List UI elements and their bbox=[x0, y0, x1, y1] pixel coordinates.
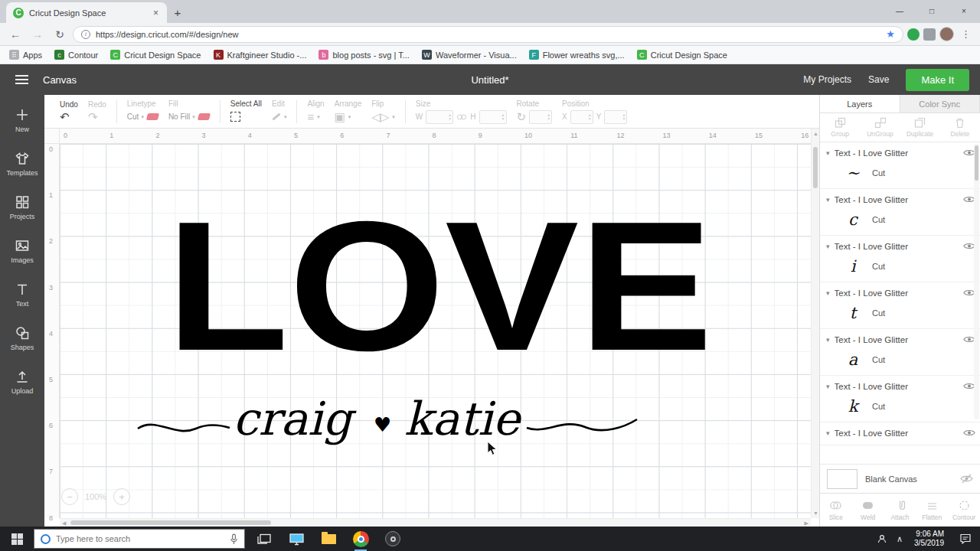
fill-dropdown[interactable]: No Fill ▾ bbox=[168, 112, 195, 121]
taskbar-app-file-explorer[interactable] bbox=[312, 527, 345, 551]
scroll-up-icon[interactable]: ▲ bbox=[813, 131, 818, 136]
redo-icon[interactable]: ↷ bbox=[88, 111, 98, 122]
chevron-down-icon[interactable]: ▾ bbox=[826, 429, 830, 437]
arrange-group[interactable]: Arrange ▣▾ bbox=[335, 99, 362, 124]
chevron-down-icon[interactable]: ▾ bbox=[826, 336, 830, 344]
microphone-icon[interactable] bbox=[230, 533, 238, 545]
fill-swatch[interactable] bbox=[198, 113, 211, 120]
artwork-love-text[interactable]: LOVE bbox=[165, 215, 717, 362]
redo-group[interactable]: Redo ↷ bbox=[88, 100, 106, 122]
horizontal-scroll-thumb[interactable] bbox=[70, 520, 271, 525]
layer-item[interactable]: ▾ Text - I Love Glitter bbox=[820, 422, 980, 445]
people-icon[interactable] bbox=[872, 534, 892, 543]
zoom-out-button[interactable]: − bbox=[61, 488, 78, 505]
select-all-group[interactable]: Select All bbox=[230, 99, 262, 124]
hidden-icons-arrow[interactable]: ∧ bbox=[892, 534, 907, 544]
select-all-icon[interactable] bbox=[230, 112, 240, 122]
undo-group[interactable]: Undo ↶ bbox=[60, 100, 78, 122]
artwork-names-script[interactable]: craig ♥ katie bbox=[135, 387, 646, 458]
window-maximize-button[interactable]: □ bbox=[916, 0, 948, 21]
taskbar-clock[interactable]: 9:06 AM 3/5/2019 bbox=[907, 530, 951, 549]
flatten-button[interactable]: Flatten bbox=[916, 499, 948, 521]
group-button[interactable]: Group bbox=[820, 117, 860, 138]
eye-icon[interactable] bbox=[963, 429, 975, 437]
chevron-down-icon[interactable]: ▾ bbox=[826, 243, 830, 250]
back-button[interactable]: ← bbox=[6, 25, 24, 44]
window-close-button[interactable]: × bbox=[948, 0, 980, 21]
width-input[interactable]: ▲▼ bbox=[426, 110, 453, 124]
make-it-button[interactable]: Make It bbox=[906, 69, 969, 91]
new-tab-button[interactable]: + bbox=[167, 2, 188, 23]
linetype-swatch[interactable] bbox=[146, 113, 159, 120]
fill-group[interactable]: Fill No Fill ▾ bbox=[168, 99, 210, 124]
bookmark-item[interactable]: W Waveformer - Visua... bbox=[422, 50, 517, 60]
bookmark-item[interactable]: b blog posts - svg | T... bbox=[318, 50, 409, 60]
vertical-scroll-thumb[interactable] bbox=[813, 147, 818, 188]
my-projects-link[interactable]: My Projects bbox=[803, 74, 851, 85]
sidebar-item-images[interactable]: Images bbox=[0, 229, 44, 272]
sidebar-item-new[interactable]: New bbox=[0, 98, 44, 142]
browser-tab[interactable]: C Cricut Design Space × bbox=[6, 2, 167, 23]
scroll-down-icon[interactable]: ▼ bbox=[813, 510, 818, 516]
window-minimize-button[interactable]: — bbox=[884, 0, 916, 21]
sidebar-item-templates[interactable]: Templates bbox=[0, 142, 44, 185]
linetype-group[interactable]: Linetype Cut ▾ bbox=[127, 99, 158, 124]
taskbar-app-monitor[interactable] bbox=[280, 527, 312, 551]
linetype-dropdown[interactable]: Cut ▾ bbox=[127, 112, 144, 121]
rotate-icon[interactable]: ↻ bbox=[517, 111, 527, 122]
taskbar-search-input[interactable] bbox=[56, 534, 224, 543]
arrange-icon[interactable]: ▣ bbox=[335, 111, 345, 122]
layer-item[interactable]: ▾ Text - I Love Glitter a Cut bbox=[820, 329, 980, 376]
url-text[interactable]: https://design.cricut.com/#/design/new bbox=[96, 30, 880, 39]
chevron-down-icon[interactable]: ▾ bbox=[826, 149, 830, 157]
flip-group[interactable]: Flip ◁▷▾ bbox=[371, 99, 395, 124]
vertical-scrollbar[interactable]: ▲ ▼ bbox=[811, 129, 819, 518]
task-view-button[interactable] bbox=[248, 527, 280, 551]
page-info-icon[interactable]: i bbox=[81, 30, 90, 39]
slice-button[interactable]: Slice bbox=[820, 499, 852, 521]
scroll-right-icon[interactable]: ▶ bbox=[805, 520, 808, 527]
align-icon[interactable]: ≡ bbox=[307, 111, 314, 122]
ungroup-button[interactable]: UnGroup bbox=[860, 117, 900, 138]
zoom-in-button[interactable]: + bbox=[113, 488, 130, 505]
layer-item[interactable]: ▾ Text - I Love Glitter c Cut bbox=[820, 189, 980, 236]
horizontal-scrollbar[interactable]: ◀ ▶ bbox=[60, 518, 811, 527]
extension-icon[interactable] bbox=[923, 28, 936, 41]
forward-button[interactable]: → bbox=[28, 25, 47, 44]
align-group[interactable]: Align ≡▾ bbox=[307, 99, 324, 124]
design-canvas[interactable]: 012345678910111213141516 012345678 LOVE … bbox=[44, 129, 819, 527]
tab-layers[interactable]: Layers bbox=[820, 95, 900, 112]
contour-button[interactable]: Contour bbox=[948, 499, 980, 521]
tab-close-icon[interactable]: × bbox=[152, 8, 160, 18]
edit-group[interactable]: Edit ▾ bbox=[272, 99, 287, 124]
x-input[interactable]: ▲▼ bbox=[570, 110, 593, 124]
rotate-input[interactable]: ▲▼ bbox=[529, 110, 552, 124]
layer-item[interactable]: ▾ Text - I Love Glitter ~ Cut bbox=[820, 142, 980, 189]
edit-pencil-icon[interactable] bbox=[272, 112, 280, 120]
bookmark-star-icon[interactable]: ★ bbox=[886, 28, 895, 40]
address-bar[interactable]: i https://design.cricut.com/#/design/new… bbox=[73, 26, 903, 43]
flip-icon[interactable]: ◁▷ bbox=[371, 111, 389, 122]
sidebar-item-projects[interactable]: Projects bbox=[0, 185, 44, 229]
layer-item[interactable]: ▾ Text - I Love Glitter t Cut bbox=[820, 282, 980, 329]
delete-button[interactable]: Delete bbox=[940, 117, 980, 138]
attach-button[interactable]: Attach bbox=[884, 499, 916, 521]
browser-avatar[interactable] bbox=[939, 27, 954, 41]
scroll-left-icon[interactable]: ◀ bbox=[62, 520, 66, 527]
bookmark-item[interactable]: C Cricut Design Space bbox=[637, 50, 727, 60]
bookmark-item[interactable]: F Flower wreaths svg,... bbox=[529, 50, 625, 60]
undo-icon[interactable]: ↶ bbox=[60, 111, 70, 122]
weld-button[interactable]: Weld bbox=[852, 499, 884, 521]
bookmark-item[interactable]: c Contour bbox=[54, 50, 98, 60]
start-button[interactable] bbox=[0, 527, 34, 551]
chevron-down-icon[interactable]: ▾ bbox=[826, 289, 830, 297]
chevron-down-icon[interactable]: ▾ bbox=[826, 383, 830, 390]
action-center-button[interactable] bbox=[951, 527, 980, 551]
taskbar-app-dark[interactable] bbox=[377, 527, 409, 551]
panel-scroll-thumb[interactable] bbox=[975, 145, 978, 181]
save-link[interactable]: Save bbox=[868, 74, 889, 85]
y-input[interactable]: ▲▼ bbox=[604, 110, 627, 124]
chevron-down-icon[interactable]: ▾ bbox=[826, 196, 830, 204]
sidebar-item-shapes[interactable]: Shapes bbox=[0, 316, 44, 360]
layer-item[interactable]: ▾ Text - I Love Glitter i Cut bbox=[820, 236, 980, 282]
